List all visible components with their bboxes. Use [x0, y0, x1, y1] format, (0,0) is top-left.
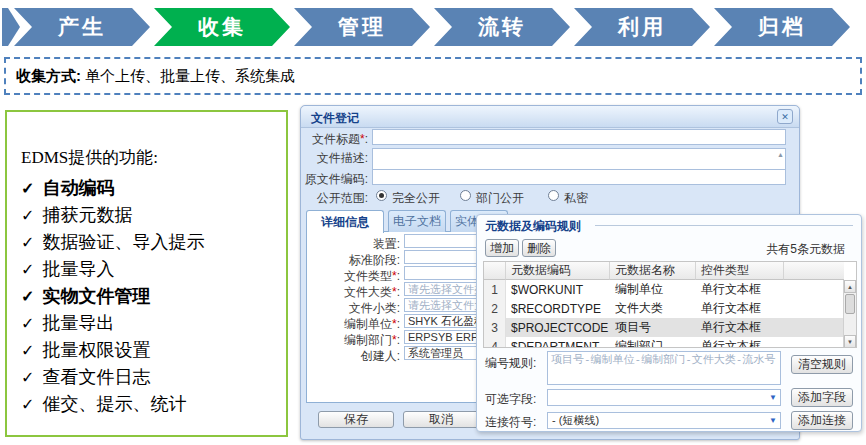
delete-metadata-button[interactable]: 删除	[522, 239, 556, 257]
flow-step-collect-active: 收集	[154, 8, 290, 46]
check-icon: ✓	[21, 261, 34, 278]
legend-line	[595, 225, 853, 226]
flow-step-flow: 流转	[434, 8, 570, 46]
flow-step-manage: 管理	[294, 8, 430, 46]
col-header-name[interactable]: 元数据名称	[610, 262, 696, 280]
feature-item: ✓查看文件日志	[21, 364, 276, 391]
save-button[interactable]: 保存	[318, 411, 394, 428]
radio-secret[interactable]	[548, 190, 559, 201]
table-row[interactable]: 4 $DEPARTMENT 编制部门 单行文本框	[484, 337, 844, 348]
rule-label: 编号规则:	[485, 355, 536, 372]
col-header-code[interactable]: 元数据编码	[506, 262, 610, 280]
col-header-blank[interactable]	[784, 262, 844, 280]
check-icon: ✓	[21, 234, 34, 251]
panel-legend: 元数据及编码规则	[485, 218, 581, 235]
add-connector-button[interactable]: 添加连接	[791, 411, 853, 430]
feature-item: ✓实物文件管理	[21, 283, 276, 310]
metadata-table: 元数据编码 元数据名称 控件类型 1 $WORKUNIT 编制单位 单行文本框 …	[483, 261, 857, 348]
file-title-input[interactable]	[372, 129, 786, 145]
form-label-workunit: 编制单位*:	[306, 316, 400, 333]
check-icon: ✓	[21, 342, 34, 359]
features-title: EDMS提供的功能:	[21, 146, 276, 169]
optional-field-select[interactable]	[547, 389, 781, 406]
flow-step-label: 产生	[58, 13, 106, 41]
table-scrollbar[interactable]: ▲ ▼	[843, 280, 856, 348]
clear-rule-button[interactable]: 清空规则	[791, 355, 853, 374]
form-label-stage: 标准阶段:	[306, 252, 400, 269]
scope-label: 公开范围:	[300, 190, 368, 207]
feature-item: ✓催交、提示、统计	[21, 391, 276, 418]
col-header-rownum[interactable]	[484, 262, 506, 280]
flow-step-label: 归档	[758, 13, 806, 41]
check-icon: ✓	[21, 396, 34, 413]
dialog-titlebar[interactable]: 文件登记 ✕	[301, 106, 799, 128]
dialog-title: 文件登记	[311, 110, 359, 127]
flow-step-produce: 产生	[14, 8, 150, 46]
scroll-up-icon[interactable]: ▲	[777, 151, 784, 158]
banner-text: 单个上传、批量上传、系统集成	[85, 67, 295, 86]
table-row-selected[interactable]: 3 $PROJECTCODE 项目号 单行文本框	[484, 318, 844, 337]
optional-field-label: 可选字段:	[485, 391, 536, 408]
orig-code-input[interactable]	[372, 169, 786, 185]
col-header-type[interactable]: 控件类型	[696, 262, 784, 280]
check-icon: ✓	[21, 315, 34, 332]
flow-step-label: 收集	[198, 13, 246, 41]
flow-step-archive: 归档	[714, 8, 850, 46]
file-desc-label: 文件描述:	[300, 150, 368, 167]
orig-code-label: 原文件编码:	[294, 171, 368, 188]
feature-item: ✓批量权限设置	[21, 337, 276, 364]
form-label-device: 装置:	[306, 236, 400, 253]
flow-step-label: 流转	[478, 13, 526, 41]
radio-dept-public[interactable]	[460, 190, 471, 201]
table-row[interactable]: 1 $WORKUNIT 编制单位 单行文本框	[484, 280, 844, 299]
radio-full-public[interactable]	[376, 190, 387, 201]
feature-item: ✓自动编码	[21, 175, 276, 202]
feature-item: ✓批量导出	[21, 310, 276, 337]
collect-method-banner: 收集方式: 单个上传、批量上传、系统集成	[4, 57, 862, 95]
dropdown-arrow-icon[interactable]: ▼	[769, 393, 777, 402]
slide-canvas: 产生 收集 管理 流转 利用 归档 收集方式: 单个上传、批量上传、系统集成 E…	[0, 0, 866, 445]
form-label-majorclass: 文件大类*:	[306, 284, 400, 301]
form-label-minorclass: 文件小类:	[306, 300, 400, 317]
radio-full-public-label[interactable]: 完全公开	[392, 190, 440, 207]
form-label-department: 编制部门*:	[306, 332, 400, 349]
rule-input[interactable]	[547, 351, 781, 385]
cancel-button[interactable]: 取消	[403, 411, 479, 428]
tab-electronic-doc[interactable]: 电子文档	[388, 210, 446, 232]
radio-dept-public-label[interactable]: 部门公开	[476, 190, 524, 207]
feature-item: ✓数据验证、导入提示	[21, 229, 276, 256]
table-row[interactable]: 2 $RECORDTYPE 文件大类 单行文本框	[484, 299, 844, 318]
flow-step-label: 利用	[618, 13, 666, 41]
close-icon[interactable]: ✕	[777, 109, 793, 124]
scrollbar-thumb[interactable]	[845, 294, 855, 314]
check-icon: ✓	[21, 288, 34, 305]
feature-item: ✓批量导入	[21, 256, 276, 283]
check-icon: ✓	[21, 180, 34, 197]
check-icon: ✓	[21, 207, 34, 224]
connector-label: 连接符号:	[485, 414, 536, 431]
metadata-rules-panel: 元数据及编码规则 增加 删除 共有5条元数据 元数据编码 元数据名称 控件类型 …	[476, 214, 862, 432]
form-label-filetype: 文件类型*:	[306, 268, 400, 285]
edms-features-box: EDMS提供的功能: ✓自动编码 ✓捕获元数据 ✓数据验证、导入提示 ✓批量导入…	[5, 110, 288, 437]
metadata-count: 共有5条元数据	[766, 241, 845, 258]
flow-step-label: 管理	[338, 13, 386, 41]
scroll-down-icon[interactable]: ▼	[844, 335, 856, 348]
connector-select[interactable]: - (短横线)	[547, 412, 781, 429]
dropdown-arrow-icon[interactable]: ▼	[769, 416, 777, 425]
add-metadata-button[interactable]: 增加	[485, 239, 519, 257]
radio-secret-label[interactable]: 私密	[564, 190, 588, 207]
tab-detail-info[interactable]: 详细信息	[306, 210, 384, 233]
banner-label: 收集方式:	[16, 67, 81, 86]
flow-lead-fragment	[2, 8, 20, 46]
form-label-creator: 创建人:	[306, 348, 400, 365]
file-title-label: 文件标题*:	[300, 131, 368, 148]
feature-item: ✓捕获元数据	[21, 202, 276, 229]
flow-step-use: 利用	[574, 8, 710, 46]
scroll-up-icon[interactable]: ▲	[844, 280, 856, 293]
check-icon: ✓	[21, 369, 34, 386]
add-field-button[interactable]: 添加字段	[791, 388, 853, 407]
